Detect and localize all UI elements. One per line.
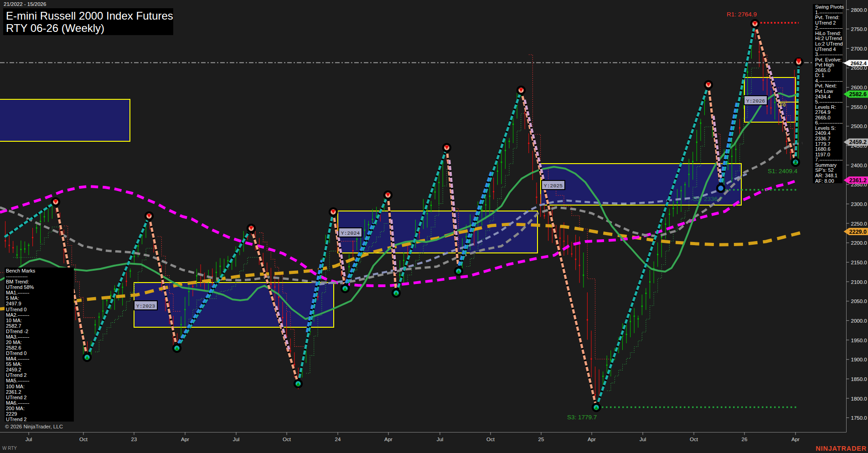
- svg-text:Apr: Apr: [181, 437, 189, 442]
- svg-text:W RTY: W RTY: [2, 446, 17, 451]
- svg-text:2497.9: 2497.9: [6, 301, 21, 306]
- svg-text:3.--------------: 3.--------------: [815, 51, 843, 57]
- svg-text:6.--------------: 6.--------------: [815, 120, 843, 125]
- svg-text:S1: 2409.4: S1: 2409.4: [768, 168, 798, 175]
- svg-text:Levels S:: Levels S:: [815, 125, 836, 131]
- svg-text:Swing Pivots: Swing Pivots: [815, 4, 844, 10]
- svg-text:2800.0: 2800.0: [851, 7, 867, 13]
- svg-text:2250.0: 2250.0: [851, 221, 867, 226]
- svg-text:2650.0: 2650.0: [851, 65, 867, 71]
- svg-text:4.--------------: 4.--------------: [815, 78, 843, 83]
- svg-text:2150.0: 2150.0: [851, 260, 867, 265]
- svg-text:Apr: Apr: [588, 437, 596, 442]
- svg-text:DTrend 0: DTrend 0: [6, 350, 26, 356]
- svg-text:MA5.-------: MA5.-------: [6, 378, 30, 383]
- svg-text:2662.4: 2662.4: [851, 61, 867, 66]
- svg-text:23: 23: [131, 437, 137, 442]
- svg-text:1680.6: 1680.6: [815, 146, 831, 152]
- svg-text:AR: 348.1: AR: 348.1: [815, 173, 837, 178]
- svg-text:Summary: Summary: [815, 162, 837, 168]
- svg-text:RTY 06-26 (Weekly): RTY 06-26 (Weekly): [6, 22, 104, 34]
- svg-text:DTrend -2: DTrend -2: [6, 329, 28, 334]
- svg-text:Apr: Apr: [384, 437, 393, 442]
- svg-text:UTrend 2: UTrend 2: [6, 417, 26, 422]
- svg-text:Pvt High: Pvt High: [815, 62, 834, 67]
- svg-text:2050.0: 2050.0: [851, 299, 867, 304]
- svg-text:Y:2026: Y:2026: [746, 98, 765, 104]
- svg-text:2582.6: 2582.6: [6, 345, 21, 350]
- svg-text:2000.0: 2000.0: [851, 318, 867, 324]
- svg-text:Hi:2 UTrend: Hi:2 UTrend: [815, 36, 842, 41]
- svg-text:1197.0: 1197.0: [815, 152, 830, 157]
- svg-text:Y:2025: Y:2025: [544, 183, 563, 189]
- svg-text:?: ?: [794, 160, 797, 165]
- svg-text:Y:2023: Y:2023: [136, 303, 155, 309]
- svg-text:E-mini Russell 2000 Index Futu: E-mini Russell 2000 Index Futures: [6, 10, 173, 22]
- svg-text:Oct: Oct: [690, 437, 698, 442]
- svg-text:2361.2: 2361.2: [6, 389, 21, 395]
- svg-text:2459.2: 2459.2: [6, 367, 21, 372]
- svg-text:2700.0: 2700.0: [851, 46, 867, 51]
- svg-text:1950.0: 1950.0: [851, 338, 867, 343]
- svg-text:1850.0: 1850.0: [851, 376, 867, 382]
- svg-text:2409.4: 2409.4: [815, 130, 831, 136]
- svg-text:25: 25: [538, 437, 544, 442]
- svg-text:Oct: Oct: [486, 437, 495, 442]
- svg-text:Jul: Jul: [437, 437, 444, 442]
- svg-text:Pvt Low: Pvt Low: [815, 88, 833, 94]
- svg-text:HiLo Trend:: HiLo Trend:: [815, 31, 841, 36]
- svg-text:1779.7: 1779.7: [815, 141, 831, 147]
- svg-text:1900.0: 1900.0: [851, 357, 867, 362]
- svg-text:100 MA:: 100 MA:: [6, 384, 25, 389]
- svg-text:Y:2024: Y:2024: [341, 230, 360, 236]
- svg-text:Oct: Oct: [283, 437, 291, 442]
- svg-text:2764.9: 2764.9: [815, 109, 831, 115]
- svg-text:F0: F0: [780, 102, 785, 108]
- svg-text:21/2022 - 15/2026: 21/2022 - 15/2026: [4, 1, 46, 7]
- svg-text:Bench Marks: Bench Marks: [6, 268, 36, 273]
- svg-text:2400.0: 2400.0: [851, 163, 867, 168]
- svg-text:2582.7: 2582.7: [6, 323, 21, 329]
- svg-text:R1: 2764.9: R1: 2764.9: [727, 11, 757, 18]
- svg-text:UTrend 2: UTrend 2: [6, 395, 26, 400]
- svg-text:2300.0: 2300.0: [851, 201, 867, 207]
- svg-text:MA3.-------: MA3.-------: [6, 334, 30, 340]
- svg-text:Pvt. Trend:: Pvt. Trend:: [815, 15, 839, 20]
- svg-text:AF: 8.00: AF: 8.00: [815, 178, 834, 184]
- svg-text:UTrend 2: UTrend 2: [815, 20, 836, 26]
- svg-text:Jul: Jul: [26, 437, 32, 442]
- svg-text:5 MA:: 5 MA:: [6, 295, 19, 301]
- svg-text:1750.0: 1750.0: [851, 415, 867, 421]
- svg-text:MA4.-------: MA4.-------: [6, 356, 30, 361]
- svg-text:200 MA:: 200 MA:: [6, 406, 25, 411]
- svg-text:MA1.-------: MA1.-------: [6, 290, 30, 295]
- svg-text:2361.2: 2361.2: [849, 177, 867, 184]
- svg-text:Jul: Jul: [233, 437, 240, 442]
- svg-text:© 2026 NinjaTrader, LLC: © 2026 NinjaTrader, LLC: [5, 424, 63, 429]
- svg-text:2336.7: 2336.7: [815, 136, 831, 141]
- svg-text:S2: 2336.7: S2: 2336.7: [693, 196, 723, 202]
- svg-text:Pvt. Next:: Pvt. Next:: [815, 83, 837, 88]
- svg-text:2582.6: 2582.6: [849, 91, 867, 98]
- svg-text:2550.0: 2550.0: [851, 104, 867, 110]
- svg-text:2100.0: 2100.0: [851, 279, 867, 285]
- svg-text:1.--------------: 1.--------------: [815, 10, 843, 15]
- svg-text:2229: 2229: [6, 411, 17, 417]
- svg-text:Apr: Apr: [791, 437, 800, 442]
- svg-text:2200.0: 2200.0: [851, 240, 867, 246]
- svg-text:S3: 1779.7: S3: 1779.7: [567, 414, 597, 421]
- svg-text:Pvt. Evolve:: Pvt. Evolve:: [815, 57, 842, 62]
- svg-text:2750.0: 2750.0: [851, 26, 867, 32]
- svg-text:-------------: -------------: [6, 273, 28, 279]
- svg-text:2665.0: 2665.0: [815, 115, 831, 120]
- svg-text:2459.2: 2459.2: [849, 139, 867, 145]
- svg-text:MA6.-------: MA6.-------: [6, 400, 30, 406]
- svg-text:BM Trend:: BM Trend:: [6, 279, 29, 284]
- svg-text:7.--------------: 7.--------------: [815, 157, 843, 162]
- svg-text:55 MA:: 55 MA:: [6, 361, 22, 367]
- svg-text:26: 26: [742, 437, 748, 442]
- svg-text:2434.4: 2434.4: [815, 94, 831, 99]
- svg-text:UTrend 4: UTrend 4: [815, 46, 836, 52]
- svg-text:Jul: Jul: [640, 437, 646, 442]
- svg-text:20 MA:: 20 MA:: [6, 340, 22, 345]
